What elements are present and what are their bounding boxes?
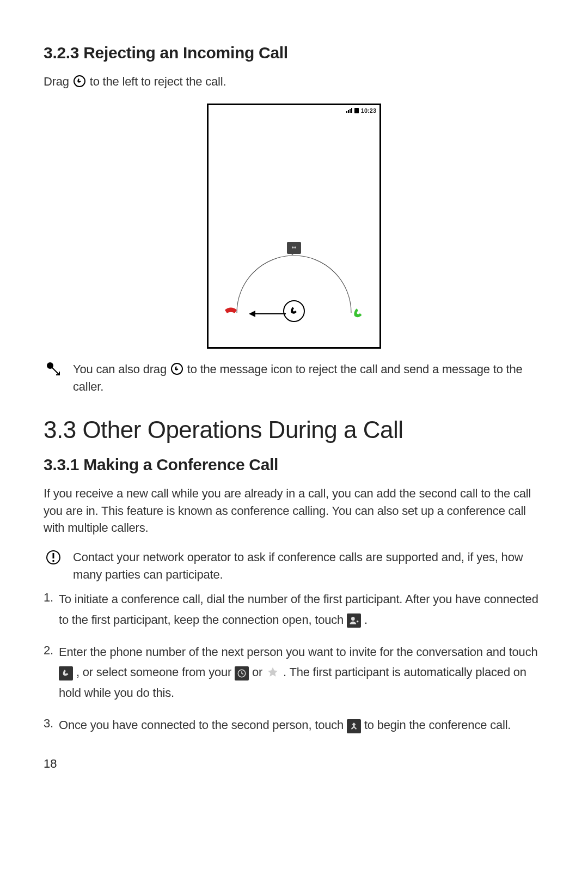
- page-number: 18: [44, 757, 544, 771]
- warning-text: Contact your network operator to ask if …: [73, 549, 544, 584]
- reject-icon: [223, 307, 239, 321]
- signal-icon: [346, 108, 352, 113]
- dial-icon: [59, 666, 73, 681]
- message-icon: ••: [287, 242, 301, 254]
- manual-page: 3.2.3 Rejecting an Incoming Call Drag to…: [0, 0, 588, 793]
- svg-marker-2: [249, 311, 255, 317]
- conference-intro: If you receive a new call while you are …: [44, 485, 544, 537]
- text-drag-pre: Drag: [44, 75, 72, 88]
- svg-rect-7: [53, 560, 54, 562]
- step2-text-a: Enter the phone number of the next perso…: [59, 645, 537, 659]
- answer-ring: ••: [226, 250, 362, 337]
- ring-arc: [226, 250, 362, 337]
- phone-circle-icon: [170, 362, 184, 376]
- answer-icon: [351, 307, 365, 323]
- step3-text-a: Once you have connected to the second pe…: [59, 718, 347, 732]
- statusbar-time: 10:23: [361, 107, 376, 114]
- recent-icon: [235, 666, 249, 681]
- conference-steps: To initiate a conference call, dial the …: [44, 589, 544, 735]
- tip-text-pre: You can also drag: [73, 362, 170, 376]
- step-1: To initiate a conference call, dial the …: [44, 589, 544, 630]
- heading-3-3: 3.3 Other Operations During a Call: [44, 416, 544, 443]
- heading-3-2-3: 3.2.3 Rejecting an Incoming Call: [44, 44, 544, 62]
- tip-note: You can also drag to the message icon to…: [44, 361, 544, 396]
- warning-icon: [46, 550, 61, 567]
- step1-text-a: To initiate a conference call, dial the …: [59, 592, 538, 626]
- step-3: Once you have connected to the second pe…: [44, 715, 544, 735]
- merge-calls-icon: [347, 719, 361, 733]
- phone-statusbar: 10:23: [346, 107, 376, 114]
- battery-icon: [354, 108, 359, 113]
- heading-3-3-1: 3.3.1 Making a Conference Call: [44, 455, 544, 474]
- drag-arrow-icon: [249, 310, 287, 320]
- svg-point-8: [351, 617, 355, 621]
- warning-note: Contact your network operator to ask if …: [44, 549, 544, 584]
- phone-frame: 10:23 ••: [207, 104, 381, 349]
- favorites-star-icon: [266, 665, 280, 679]
- svg-rect-6: [53, 553, 54, 558]
- step3-text-b: to begin the conference call.: [364, 718, 511, 732]
- step1-text-b: .: [364, 613, 367, 627]
- phone-illustration: 10:23 ••: [44, 104, 544, 349]
- step-2: Enter the phone number of the next perso…: [44, 642, 544, 703]
- step2-text-b: , or select someone from your: [76, 665, 235, 679]
- step2-text-c: or: [252, 665, 266, 679]
- text-drag-post: to the left to reject the call.: [90, 75, 226, 88]
- reject-instruction: Drag to the left to reject the call.: [44, 73, 544, 90]
- tip-bullet-icon: [45, 362, 62, 380]
- add-contact-icon: [347, 613, 361, 628]
- phone-circle-icon: [72, 74, 87, 88]
